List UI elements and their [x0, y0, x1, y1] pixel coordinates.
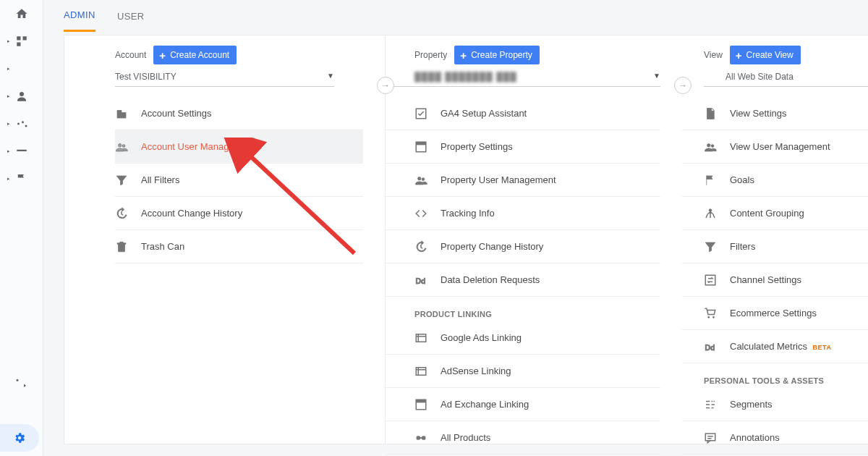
google-ads-linking-item[interactable]: Google Ads Linking [386, 321, 660, 355]
channel-settings-item[interactable]: Channel Settings [682, 263, 868, 297]
property-change-history-item[interactable]: Property Change History [386, 230, 660, 263]
filters-item[interactable]: Filters [682, 230, 868, 263]
account-column: Account +Create Account Test VISIBILITY▼… [64, 35, 386, 444]
adsense-linking-item[interactable]: AdSense Linking [386, 355, 660, 388]
tab-admin[interactable]: ADMIN [64, 0, 95, 32]
link-arrow-icon[interactable]: → [377, 77, 394, 94]
account-user-management-item[interactable]: Account User Management [115, 130, 363, 164]
attribution-icon[interactable] [0, 369, 43, 397]
data-deletion-item[interactable]: Data Deletion Requests [386, 263, 660, 297]
account-change-history-item[interactable]: Account Change History [115, 197, 363, 230]
admin-user-tabs: ADMIN USER [64, 0, 145, 32]
beta-badge: BETA [813, 344, 832, 351]
view-user-management-item[interactable]: View User Management [682, 130, 868, 164]
goals-item[interactable]: Goals [682, 164, 868, 197]
home-icon[interactable] [0, 0, 43, 28]
realtime-icon[interactable]: ▸ [0, 55, 43, 83]
content-grouping-item[interactable]: Content Grouping [682, 197, 868, 230]
link-arrow-icon[interactable]: → [674, 77, 692, 94]
view-column: View +Create View All Web Site Data View… [682, 35, 868, 444]
conversions-icon[interactable]: ▸ [0, 165, 43, 193]
property-settings-item[interactable]: Property Settings [386, 130, 660, 164]
annotations-item[interactable]: Annotations [682, 421, 868, 455]
tracking-info-item[interactable]: Tracking Info [386, 197, 660, 230]
create-view-button[interactable]: +Create View [730, 46, 801, 64]
calculated-metrics-item[interactable]: Calculated Metrics BETA [682, 330, 868, 363]
column-label: Account [115, 50, 146, 60]
account-settings-item[interactable]: Account Settings [115, 97, 363, 130]
create-property-button[interactable]: +Create Property [454, 46, 539, 64]
left-nav-rail: ▸ ▸ ▸ ▸ ▸ ▸ [0, 0, 43, 456]
property-user-management-item[interactable]: Property User Management [386, 164, 660, 197]
admin-gear-icon[interactable] [0, 424, 39, 452]
audience-icon[interactable]: ▸ [0, 83, 43, 110]
column-label: Property [414, 50, 447, 60]
customization-icon[interactable]: ▸ [0, 28, 43, 55]
property-selector[interactable]: ████ ███████ ███▼ [386, 72, 660, 87]
tab-user[interactable]: USER [117, 0, 145, 32]
trash-can-item[interactable]: Trash Can [115, 230, 363, 263]
column-label: View [704, 50, 723, 60]
discover-icon[interactable] [0, 397, 43, 424]
account-selector[interactable]: Test VISIBILITY▼ [115, 72, 334, 87]
acquisition-icon[interactable]: ▸ [0, 110, 43, 138]
section-header: PRODUCT LINKING [386, 297, 660, 321]
segments-item[interactable]: Segments [682, 388, 868, 421]
view-settings-item[interactable]: View Settings [682, 97, 868, 130]
view-selector[interactable]: All Web Site Data [704, 72, 868, 87]
all-products-item[interactable]: All Products [386, 421, 660, 455]
ecommerce-settings-item[interactable]: Ecommerce Settings [682, 297, 868, 330]
ga4-setup-item[interactable]: GA4 Setup Assistant [386, 97, 660, 130]
section-header: PERSONAL TOOLS & ASSETS [682, 363, 868, 388]
property-column: Property +Create Property ████ ███████ █… [386, 35, 682, 444]
create-account-button[interactable]: +Create Account [153, 46, 237, 64]
all-filters-item[interactable]: All Filters [115, 164, 363, 197]
behavior-icon[interactable]: ▸ [0, 138, 43, 165]
ad-exchange-linking-item[interactable]: Ad Exchange Linking [386, 388, 660, 421]
